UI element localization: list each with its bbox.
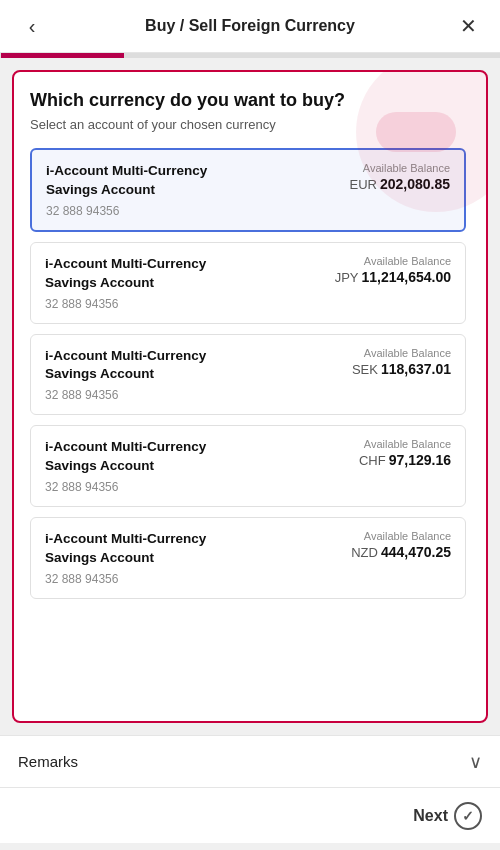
- balance-value: CHF97,129.16: [359, 452, 451, 468]
- balance-label: Available Balance: [364, 255, 451, 267]
- balance-value: JPY11,214,654.00: [335, 269, 451, 285]
- remarks-label: Remarks: [18, 753, 78, 770]
- progress-segment-1: [1, 53, 124, 58]
- balance-value: NZD444,470.25: [351, 544, 451, 560]
- account-right: Available Balance SEK118,637.01: [352, 347, 451, 377]
- account-right: Available Balance NZD444,470.25: [351, 530, 451, 560]
- account-name: i-Account Multi-CurrencySavings Account: [45, 347, 206, 385]
- account-number: 32 888 94356: [45, 388, 206, 402]
- balance-currency: EUR: [349, 177, 376, 192]
- account-left: i-Account Multi-CurrencySavings Account …: [45, 255, 206, 311]
- remarks-bar[interactable]: Remarks ∨: [0, 735, 500, 787]
- balance-label: Available Balance: [364, 347, 451, 359]
- balance-currency: SEK: [352, 362, 378, 377]
- account-list: i-Account Multi-CurrencySavings Account …: [30, 148, 470, 688]
- balance-label: Available Balance: [364, 530, 451, 542]
- account-number: 32 888 94356: [45, 480, 206, 494]
- account-name: i-Account Multi-CurrencySavings Account: [45, 438, 206, 476]
- balance-value: SEK118,637.01: [352, 361, 451, 377]
- account-item[interactable]: i-Account Multi-CurrencySavings Account …: [30, 425, 466, 507]
- account-item[interactable]: i-Account Multi-CurrencySavings Account …: [30, 334, 466, 416]
- progress-segment-4: [376, 53, 499, 58]
- close-button[interactable]: ✕: [454, 14, 482, 38]
- account-item[interactable]: i-Account Multi-CurrencySavings Account …: [30, 517, 466, 599]
- main-content: Which currency do you want to buy? Selec…: [0, 58, 500, 735]
- account-number: 32 888 94356: [45, 297, 206, 311]
- back-button[interactable]: ‹: [18, 15, 46, 38]
- balance-label: Available Balance: [364, 438, 451, 450]
- account-name: i-Account Multi-CurrencySavings Account: [45, 530, 206, 568]
- next-label: Next: [413, 807, 448, 825]
- account-left: i-Account Multi-CurrencySavings Account …: [45, 438, 206, 494]
- balance-label: Available Balance: [363, 162, 450, 174]
- page-title: Buy / Sell Foreign Currency: [46, 17, 454, 35]
- balance-currency: JPY: [335, 270, 359, 285]
- account-number: 32 888 94356: [46, 204, 207, 218]
- card-panel: Which currency do you want to buy? Selec…: [12, 70, 488, 723]
- question-title: Which currency do you want to buy?: [30, 90, 470, 111]
- account-item[interactable]: i-Account Multi-CurrencySavings Account …: [30, 242, 466, 324]
- account-number: 32 888 94356: [45, 572, 206, 586]
- balance-value: EUR202,080.85: [349, 176, 450, 192]
- question-subtitle: Select an account of your chosen currenc…: [30, 117, 470, 132]
- balance-currency: NZD: [351, 545, 378, 560]
- account-left: i-Account Multi-CurrencySavings Account …: [46, 162, 207, 218]
- header: ‹ Buy / Sell Foreign Currency ✕: [0, 0, 500, 53]
- next-circle-icon: ✓: [454, 802, 482, 830]
- account-name: i-Account Multi-CurrencySavings Account: [45, 255, 206, 293]
- balance-currency: CHF: [359, 453, 386, 468]
- account-right: Available Balance CHF97,129.16: [359, 438, 451, 468]
- progress-segment-3: [251, 53, 374, 58]
- chevron-down-icon: ∨: [469, 751, 482, 773]
- progress-segment-2: [126, 53, 249, 58]
- account-right: Available Balance JPY11,214,654.00: [335, 255, 451, 285]
- next-button[interactable]: Next ✓: [413, 802, 482, 830]
- account-left: i-Account Multi-CurrencySavings Account …: [45, 530, 206, 586]
- account-item[interactable]: i-Account Multi-CurrencySavings Account …: [30, 148, 466, 232]
- account-name: i-Account Multi-CurrencySavings Account: [46, 162, 207, 200]
- account-right: Available Balance EUR202,080.85: [349, 162, 450, 192]
- bottom-bar: Next ✓: [0, 787, 500, 843]
- account-left: i-Account Multi-CurrencySavings Account …: [45, 347, 206, 403]
